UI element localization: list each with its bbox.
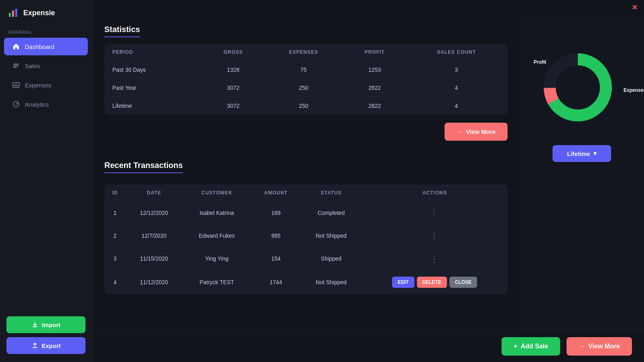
center-panel: Statistics PERIOD GROSS EXPENSES PROFIT … (92, 15, 520, 330)
tx-id-1: 1 (104, 202, 126, 224)
tx-amount-1: 189 (251, 202, 301, 224)
stats-profit-3: 2822 (344, 97, 405, 115)
sidebar-bottom: Import Export (0, 308, 92, 362)
export-button[interactable]: Export (6, 337, 85, 354)
stats-row-3: Lifetime 3072 250 2822 4 (104, 97, 508, 115)
stats-col-period: PERIOD (104, 44, 203, 61)
expenses-icon (12, 81, 20, 89)
svg-rect-1 (12, 10, 14, 17)
stats-gross-2: 3072 (203, 79, 263, 97)
view-more-bottom-button[interactable]: → View More (567, 337, 632, 356)
lifetime-button[interactable]: Lifetime ▾ (553, 145, 611, 162)
tx-status-4: Not Shipped (301, 270, 362, 295)
tx-customer-4: Patryck TEST (182, 270, 251, 295)
table-row: 4 11/12/2020 Patryck TEST 1744 Not Shipp… (104, 270, 508, 295)
sidebar-item-dashboard[interactable]: Dashboard (4, 38, 88, 55)
tx-col-amount: AMOUNT (251, 184, 301, 202)
export-icon (31, 342, 39, 349)
sidebar-section-general: General (0, 26, 92, 37)
stats-expenses-3: 250 (263, 97, 344, 115)
tx-actions-3: ⋮ (362, 247, 508, 270)
statistics-view-more-button[interactable]: → View More (445, 123, 508, 141)
tx-date-1: 12/12/2020 (126, 202, 182, 224)
statistics-section: Statistics PERIOD GROSS EXPENSES PROFIT … (104, 25, 508, 141)
tx-date-3: 11/15/2020 (126, 247, 182, 270)
import-button[interactable]: Import (6, 316, 85, 333)
tx-col-status: STATUS (301, 184, 362, 202)
action-menu-3[interactable]: ⋮ (430, 254, 439, 263)
add-sale-button[interactable]: + Add Sale (502, 337, 560, 356)
stats-row-1: Past 30 Days 1328 75 1253 3 (104, 61, 508, 79)
tx-col-customer: CUSTOMER (182, 184, 251, 202)
svg-rect-0 (9, 13, 11, 17)
stats-sales-1: 3 (405, 61, 508, 79)
stats-col-gross: GROSS (203, 44, 263, 61)
analytics-icon (12, 100, 20, 108)
main-area: ✕ Statistics PERIOD GROSS EXPENSES PROFI… (92, 0, 644, 362)
sidebar-label-dashboard: Dashboard (25, 43, 54, 50)
action-menu-1[interactable]: ⋮ (430, 208, 439, 217)
stats-col-profit: PROFIT (344, 44, 405, 61)
sidebar: Expensie General Dashboard Sales (0, 0, 92, 362)
tx-actions-4: EDIT DELETE CLOSE (362, 270, 508, 295)
svg-rect-2 (15, 9, 17, 17)
app-title: Expensie (23, 9, 55, 17)
svg-rect-4 (13, 65, 19, 66)
tx-col-actions: ACTIONS (362, 184, 508, 202)
sidebar-label-expenses: Expenses (25, 82, 51, 89)
app-window: Expensie General Dashboard Sales (0, 0, 644, 362)
add-sale-label: Add Sale (521, 343, 548, 350)
transactions-section: Recent Transactions ID DATE CUSTOMER AMO… (104, 161, 508, 294)
stats-sales-2: 4 (405, 79, 508, 97)
stats-gross-1: 1328 (203, 61, 263, 79)
delete-button[interactable]: DELETE (417, 277, 447, 288)
stats-col-expenses: EXPENSES (263, 44, 344, 61)
chart-expenses-label: Expenses (624, 87, 644, 93)
tx-id-3: 3 (104, 247, 126, 270)
svg-rect-7 (14, 85, 15, 86)
window-close-button[interactable]: ✕ (632, 3, 638, 12)
sales-icon (12, 62, 20, 70)
plus-icon: + (514, 343, 517, 350)
sidebar-label-sales: Sales (25, 63, 40, 69)
svg-point-11 (16, 104, 17, 105)
stats-row-2: Past Year 3072 250 2822 4 (104, 79, 508, 97)
view-more-label: View More (466, 128, 496, 135)
tx-id-2: 2 (104, 224, 126, 247)
stats-profit-1: 1253 (344, 61, 405, 79)
stats-period-3: Lifetime (104, 97, 203, 115)
stats-expenses-2: 250 (263, 79, 344, 97)
action-menu-2[interactable]: ⋮ (430, 231, 439, 240)
content-area: Statistics PERIOD GROSS EXPENSES PROFIT … (92, 15, 644, 330)
tx-actions-1: ⋮ (362, 202, 508, 224)
svg-rect-5 (13, 67, 17, 68)
transactions-title: Recent Transactions (104, 161, 183, 173)
donut-chart: Profit Expenses (538, 47, 626, 135)
tx-date-4: 11/12/2020 (126, 270, 182, 295)
stats-sales-3: 4 (405, 97, 508, 115)
home-icon (12, 42, 20, 51)
view-more-bottom-label: View More (588, 343, 620, 350)
tx-id-4: 4 (104, 270, 126, 295)
right-panel: Profit Expenses Lifetime ▾ (520, 15, 644, 330)
logo-icon (8, 7, 19, 18)
stats-period-2: Past Year (104, 79, 203, 97)
tx-col-id: ID (104, 184, 126, 202)
sidebar-item-expenses[interactable]: Expenses (4, 76, 88, 94)
edit-button[interactable]: EDIT (392, 277, 414, 288)
statistics-table: PERIOD GROSS EXPENSES PROFIT SALES COUNT… (104, 44, 508, 115)
table-row: 3 11/15/2020 Ying Ying 154 Shipped ⋮ (104, 247, 508, 270)
tx-customer-3: Ying Ying (182, 247, 251, 270)
sidebar-item-sales[interactable]: Sales (4, 57, 88, 75)
svg-rect-9 (17, 85, 18, 86)
svg-rect-8 (16, 84, 16, 86)
bottom-bar: + Add Sale → View More (92, 330, 644, 362)
tx-status-1: Completed (301, 202, 362, 224)
svg-rect-3 (13, 64, 19, 65)
top-bar: ✕ (92, 0, 644, 15)
close-row-button[interactable]: CLOSE (449, 277, 477, 288)
tx-col-date: DATE (126, 184, 182, 202)
stats-expenses-1: 75 (263, 61, 344, 79)
sidebar-logo: Expensie (0, 0, 92, 26)
sidebar-item-analytics[interactable]: Analytics (4, 95, 88, 113)
